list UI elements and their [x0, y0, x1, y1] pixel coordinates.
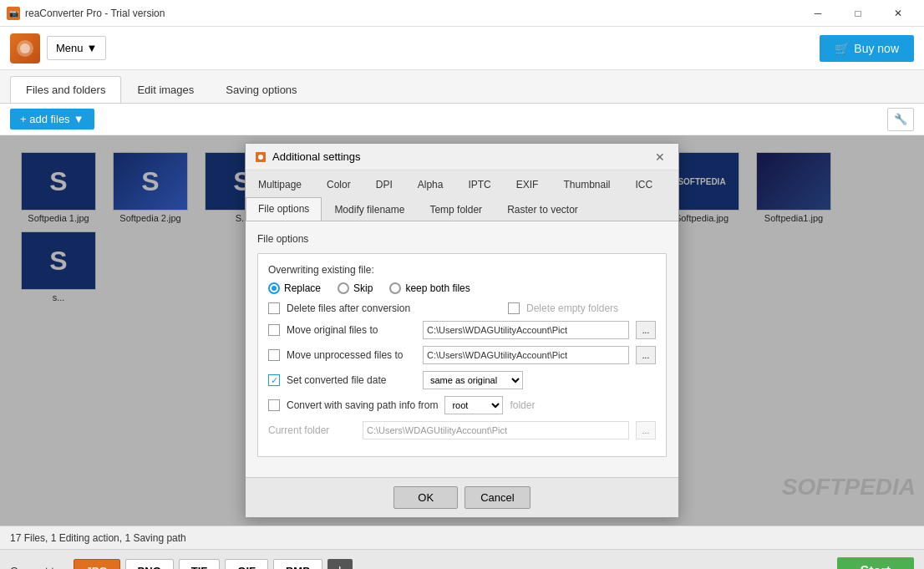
move-unprocessed-row: Move unprocessed files to ...	[268, 346, 656, 364]
current-folder-browse-button[interactable]: ...	[636, 421, 656, 439]
format-gif-button[interactable]: GIF	[225, 559, 268, 569]
move-original-browse-button[interactable]: ...	[636, 321, 656, 339]
menu-arrow-icon: ▼	[87, 42, 98, 54]
move-original-row: Move original files to ...	[268, 321, 656, 339]
section-title: File options	[257, 233, 667, 245]
tab-saving-options[interactable]: Saving options	[210, 76, 312, 103]
format-bmp-button[interactable]: BMP	[273, 559, 322, 569]
convert-path-checkbox[interactable]	[268, 399, 280, 411]
modal-close-button[interactable]: ✕	[650, 147, 670, 167]
buy-now-button[interactable]: 🛒 Buy now	[820, 35, 914, 62]
radio-skip-dot	[338, 282, 349, 294]
move-unprocessed-checkbox[interactable]	[268, 349, 280, 361]
modal-title: Additional settings	[272, 150, 361, 163]
tab-files-and-folders[interactable]: Files and folders	[10, 76, 121, 103]
add-files-button[interactable]: + add files ▼	[10, 109, 94, 130]
tab-exif[interactable]: EXIF	[504, 173, 551, 196]
tab-file-options[interactable]: File options	[246, 197, 322, 221]
format-tif-button[interactable]: TIF	[179, 559, 221, 569]
close-button[interactable]: ✕	[879, 0, 917, 27]
overwrite-radio-group: Replace Skip keep both files	[268, 282, 656, 294]
titlebar-controls: ─ □ ✕	[799, 0, 917, 27]
ok-button[interactable]: OK	[393, 486, 458, 509]
tab-icc[interactable]: ICC	[622, 173, 665, 196]
modal-overlay: Additional settings ✕ Multipage Color DP…	[0, 135, 924, 526]
svg-point-3	[258, 155, 263, 160]
modal-content: File options Overwriting existing file: …	[246, 221, 678, 477]
move-unprocessed-path-input[interactable]	[423, 346, 629, 364]
tab-temp-folder[interactable]: Temp folder	[417, 198, 495, 221]
radio-replace[interactable]: Replace	[268, 282, 321, 294]
overwriting-label: Overwriting existing file:	[268, 264, 656, 276]
delete-empty-label: Delete empty folders	[526, 302, 656, 314]
maximize-button[interactable]: □	[839, 0, 877, 27]
menu-button[interactable]: Menu ▼	[47, 36, 106, 60]
radio-keep-dot	[389, 282, 401, 294]
set-date-label: Set converted file date	[287, 374, 416, 386]
app-title: reaConverter Pro - Trial version	[25, 8, 165, 19]
current-folder-label: Current folder	[268, 424, 356, 436]
statusbar: 17 Files, 1 Editing action, 1 Saving pat…	[0, 526, 924, 549]
format-png-button[interactable]: PNG	[125, 559, 174, 569]
tab-raster-to-vector[interactable]: Raster to vector	[495, 198, 591, 221]
date-option-select[interactable]: same as original	[423, 371, 523, 389]
tab-multipage[interactable]: Multipage	[246, 173, 314, 196]
tab-alpha[interactable]: Alpha	[405, 173, 456, 196]
tools-icon: 🔧	[894, 113, 907, 125]
move-unprocessed-label: Move unprocessed files to	[287, 349, 416, 361]
file-options-box: Overwriting existing file: Replace Skip	[257, 253, 667, 457]
modal-footer: OK Cancel	[246, 477, 678, 517]
start-button[interactable]: Start	[837, 557, 914, 570]
convert-to-label: Convert to:	[10, 565, 63, 569]
move-original-path-input[interactable]	[423, 321, 629, 339]
radio-keep-both[interactable]: keep both files	[389, 282, 470, 294]
move-original-label: Move original files to	[287, 324, 416, 336]
set-date-checkbox[interactable]	[268, 374, 280, 386]
titlebar: 📷 reaConverter Pro - Trial version ─ □ ✕	[0, 0, 924, 27]
minimize-button[interactable]: ─	[799, 0, 837, 27]
tab-edit-images[interactable]: Edit images	[121, 76, 210, 103]
add-format-button[interactable]: +	[327, 559, 353, 570]
tab-color[interactable]: Color	[314, 173, 363, 196]
modal-titlebar: Additional settings ✕	[246, 144, 678, 170]
set-date-row: Set converted file date same as original	[268, 371, 656, 389]
app-icon: 📷	[7, 7, 20, 20]
delete-files-row: Delete files after conversion Delete emp…	[268, 302, 656, 314]
tab-iptc[interactable]: IPTC	[455, 173, 503, 196]
titlebar-left: 📷 reaConverter Pro - Trial version	[7, 7, 165, 20]
main-area: S Softpedia 1.jpg S Softpedia 2.jpg S S.…	[0, 135, 924, 526]
current-folder-row: Current folder ...	[268, 421, 656, 439]
convert-path-label: Convert with saving path info from	[287, 399, 438, 411]
add-files-arrow: ▼	[74, 113, 84, 125]
delete-empty-checkbox[interactable]	[508, 302, 520, 314]
delete-files-label: Delete files after conversion	[287, 302, 416, 314]
path-from-select[interactable]: root	[444, 396, 503, 414]
format-jpg-button[interactable]: JPG	[74, 559, 120, 569]
status-text: 17 Files, 1 Editing action, 1 Saving pat…	[10, 532, 186, 544]
cancel-button[interactable]: Cancel	[465, 486, 530, 509]
svg-point-1	[20, 43, 30, 53]
tools-button[interactable]: 🔧	[887, 108, 914, 131]
convert-path-row: Convert with saving path info from root …	[268, 396, 656, 414]
tab-dpi[interactable]: DPI	[363, 173, 405, 196]
radio-replace-dot	[268, 282, 280, 294]
additional-settings-modal: Additional settings ✕ Multipage Color DP…	[245, 143, 679, 518]
tab-modify-filename[interactable]: Modify filename	[322, 198, 417, 221]
modal-tabs: Multipage Color DPI Alpha IPTC EXIF Thum…	[246, 170, 678, 221]
current-folder-path-input[interactable]	[363, 421, 629, 439]
folder-label: folder	[510, 399, 535, 411]
convert-bar: Convert to: JPG PNG TIF GIF BMP + Start	[0, 549, 924, 569]
delete-files-checkbox[interactable]	[268, 302, 280, 314]
toolbar: Menu ▼ 🛒 Buy now	[0, 27, 924, 70]
settings-icon	[254, 150, 267, 164]
move-original-checkbox[interactable]	[268, 324, 280, 336]
nav-tabs: Files and folders Edit images Saving opt…	[0, 70, 924, 104]
app-logo	[10, 33, 40, 64]
sidebar-actions: + add files ▼ 🔧	[0, 104, 924, 135]
cart-icon: 🛒	[835, 42, 849, 55]
tab-thumbnail[interactable]: Thumbnail	[551, 173, 622, 196]
radio-skip[interactable]: Skip	[338, 282, 373, 294]
move-unprocessed-browse-button[interactable]: ...	[636, 346, 656, 364]
